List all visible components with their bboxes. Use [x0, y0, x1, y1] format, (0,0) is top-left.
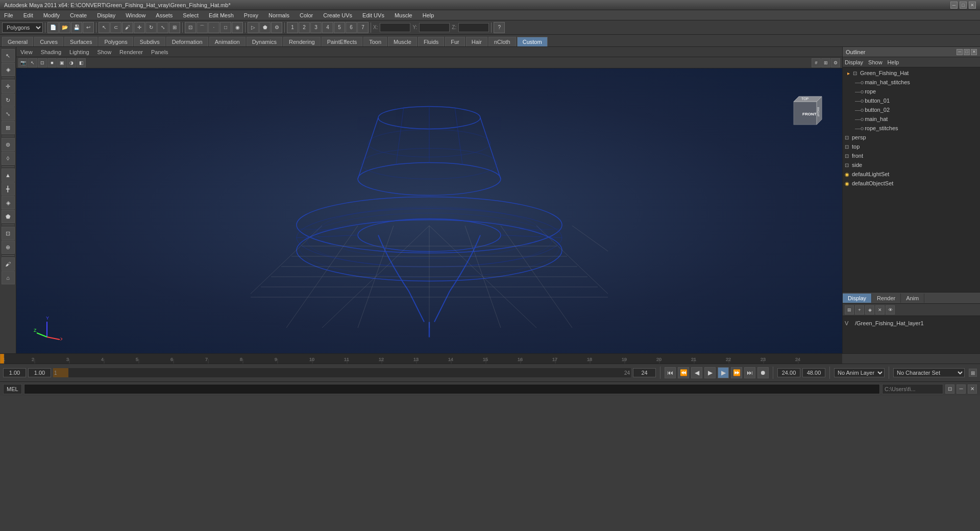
transform-lt-button[interactable]: ⊞: [2, 121, 15, 134]
outliner-item-button02[interactable]: —o button_02: [843, 105, 980, 114]
show-manip-button[interactable]: ⊡: [2, 227, 15, 240]
select-mode-button[interactable]: ↖: [2, 49, 15, 62]
play-forward-btn[interactable]: ▶: [718, 367, 729, 378]
start-frame-input[interactable]: [28, 368, 51, 377]
menu-edit-uvs[interactable]: Edit UVs: [360, 11, 386, 19]
tab-deformation[interactable]: Deformation: [166, 37, 208, 46]
tab-fluids[interactable]: Fluids: [418, 37, 444, 46]
outliner-close-btn[interactable]: ✕: [971, 49, 977, 55]
vp-grid-btn[interactable]: #: [812, 58, 821, 67]
outliner-item-rope-stitches[interactable]: —o rope_stitches: [843, 124, 980, 133]
split-poly-button[interactable]: ╋: [2, 182, 15, 196]
tab-dynamics[interactable]: Dynamics: [247, 37, 282, 46]
outliner-content[interactable]: ▸ ⊡ Green_Fishing_Hat —o main_hat_stitch…: [843, 67, 980, 292]
universal-manip-button[interactable]: ⊞: [169, 22, 180, 33]
outliner-item-rope[interactable]: —o rope: [843, 87, 980, 96]
timeline[interactable]: 1 2 3 4 5 6 7 8 9 10 11: [0, 353, 980, 364]
lasso-select-button[interactable]: ⊂: [110, 22, 121, 33]
menu-display[interactable]: Display: [95, 11, 117, 19]
outliner-item-default-light-set[interactable]: ◉ defaultLightSet: [843, 170, 980, 179]
minimize-button[interactable]: ─: [950, 2, 958, 9]
bevel-button[interactable]: ⬟: [2, 210, 15, 223]
snap-point-button[interactable]: ·: [208, 22, 219, 33]
menu-normals[interactable]: Normals: [266, 11, 291, 19]
menu-file[interactable]: File: [2, 11, 15, 19]
close-button[interactable]: ✕: [969, 2, 976, 9]
paint-select-lt-button[interactable]: ◈: [2, 63, 15, 76]
outliner-item-persp[interactable]: ⊡ persp: [843, 133, 980, 142]
tab-custom[interactable]: Custom: [517, 37, 548, 46]
tab-muscle[interactable]: Muscle: [388, 37, 417, 46]
menu-select[interactable]: Select: [181, 11, 201, 19]
menu-edit-mesh[interactable]: Edit Mesh: [207, 11, 236, 19]
rotate-lt-button[interactable]: ↻: [2, 93, 15, 107]
next-key-btn[interactable]: ⏩: [731, 367, 742, 378]
vp-shaded-btn[interactable]: ■: [47, 58, 57, 67]
gimbal-button[interactable]: ⊕: [2, 240, 15, 254]
snap-grid-button[interactable]: ⊡: [185, 22, 196, 33]
question-button[interactable]: ?: [494, 22, 505, 33]
sculpt-button[interactable]: ◊: [2, 152, 15, 165]
vp-menu-view[interactable]: View: [18, 49, 35, 56]
tab-general[interactable]: General: [2, 37, 33, 46]
ipr-render-button[interactable]: ⬟: [259, 22, 271, 33]
vp-textured-btn[interactable]: ▣: [57, 58, 66, 67]
vp-shadow-btn[interactable]: ◧: [77, 58, 86, 67]
outliner-display-menu[interactable]: Display: [845, 59, 863, 65]
rotate-tool-button[interactable]: ↻: [145, 22, 157, 33]
navigation-cube[interactable]: FRONT TOP RIGHT: [786, 94, 827, 135]
select-tool-button[interactable]: ↖: [99, 22, 110, 33]
tab-fur[interactable]: Fur: [445, 37, 465, 46]
paint-weights-button[interactable]: 🖌: [2, 257, 15, 271]
script-btn-2[interactable]: ─: [957, 384, 966, 394]
layer-new-btn[interactable]: +: [855, 305, 864, 315]
viewport[interactable]: View Shading Lighting Show Renderer Pane…: [16, 47, 842, 353]
layer-visible-btn[interactable]: 👁: [886, 305, 895, 315]
tab-ncloth[interactable]: nCloth: [488, 37, 516, 46]
new-scene-button[interactable]: 📄: [47, 22, 59, 33]
step-back-btn[interactable]: ⏪: [678, 367, 689, 378]
outliner-item-side[interactable]: ⊡ side: [843, 160, 980, 170]
menu-proxy[interactable]: Proxy: [242, 11, 260, 19]
camera-lt-button[interactable]: ⌂: [2, 271, 15, 284]
menu-create-uvs[interactable]: Create UVs: [321, 11, 354, 19]
layer-delete-btn[interactable]: ✕: [875, 305, 885, 315]
character-set-select[interactable]: No Character Set: [893, 368, 965, 377]
paint-select-button[interactable]: 🖌: [122, 22, 133, 33]
play-back-btn[interactable]: ▶: [704, 367, 716, 378]
go-to-start-btn[interactable]: ⏮: [665, 367, 676, 378]
layer-tab-anim[interactable]: Anim: [901, 294, 924, 303]
vp-wireframe-btn[interactable]: ⊡: [38, 58, 47, 67]
tab-toon[interactable]: Toon: [363, 37, 387, 46]
tab-rendering[interactable]: Rendering: [283, 37, 321, 46]
shaded-button[interactable]: 5: [334, 22, 345, 33]
light-button[interactable]: 7: [357, 22, 369, 33]
maximize-button[interactable]: □: [960, 2, 967, 9]
outliner-item-main-hat-stitches[interactable]: —o main_hat_stitches: [843, 78, 980, 87]
layer-tab-display[interactable]: Display: [843, 294, 872, 303]
tab-animation[interactable]: Animation: [209, 37, 246, 46]
go-to-end-btn[interactable]: ⏭: [744, 367, 755, 378]
scale-tool-button[interactable]: ⤡: [157, 22, 168, 33]
script-btn-1[interactable]: ⊡: [945, 384, 954, 394]
layer-content[interactable]: V /Green_Fishing_Hat_layer1: [843, 316, 980, 354]
layer-options-btn[interactable]: ⊞: [845, 305, 854, 315]
tab-curves[interactable]: Curves: [34, 37, 63, 46]
make-live-button[interactable]: ◉: [232, 22, 243, 33]
vp-select-btn[interactable]: ↖: [28, 58, 37, 67]
mode-select[interactable]: Polygons: [2, 22, 43, 33]
outliner-help-menu[interactable]: Help: [888, 59, 899, 65]
menu-help[interactable]: Help: [421, 11, 436, 19]
textured-button[interactable]: 6: [346, 22, 357, 33]
tab-painteffects[interactable]: PaintEffects: [322, 37, 363, 46]
outliner-item-top[interactable]: ⊡ top: [843, 142, 980, 151]
vp-camera-settings-btn[interactable]: ⚙: [831, 58, 840, 67]
soft-mod-button[interactable]: ⊚: [2, 138, 15, 151]
tab-subdivs[interactable]: Subdivs: [134, 37, 165, 46]
move-lt-button[interactable]: ✛: [2, 80, 15, 93]
create-poly-button[interactable]: ▲: [2, 168, 15, 182]
menu-muscle[interactable]: Muscle: [393, 11, 414, 19]
outliner-item-main-hat[interactable]: —o main_hat: [843, 114, 980, 124]
outliner-restore-btn[interactable]: □: [964, 49, 970, 55]
outliner-minimize-btn[interactable]: ─: [957, 49, 963, 55]
